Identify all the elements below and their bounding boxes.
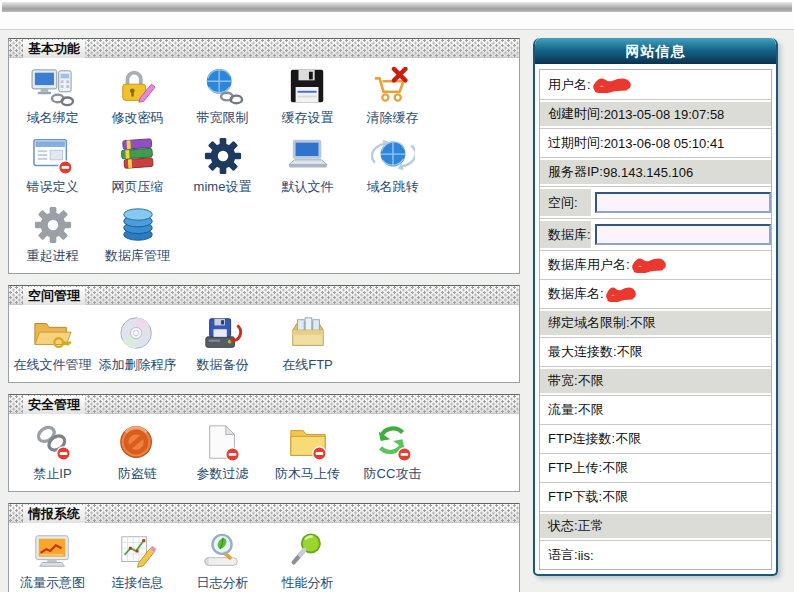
top-gradient-bar [2, 2, 792, 12]
section-header-security: 安全管理 [9, 395, 519, 414]
section-header-report: 情报系统 [9, 504, 519, 523]
info-row-value: 不限 [602, 459, 628, 477]
app-item-label: 域名绑定 [10, 109, 95, 127]
app-item-label: 防盗链 [95, 465, 180, 483]
folder-key-icon [10, 314, 95, 354]
info-row: 数据库名: [540, 279, 771, 308]
section-items: 在线文件管理添加删除程序数据备份在线FTP [9, 305, 519, 382]
app-item-label: 默认文件 [265, 178, 350, 196]
app-item-globe-chain[interactable]: 带宽限制 [180, 63, 265, 132]
app-item-rar-books[interactable]: 网页压缩 [95, 132, 180, 201]
rar-books-icon [95, 136, 180, 176]
app-item-label: 在线FTP [265, 356, 350, 374]
app-item-label: 数据库管理 [95, 247, 180, 265]
perf-magnifier-icon [265, 532, 350, 572]
app-item-label: 禁止IP [10, 465, 95, 483]
log-magnifier-icon [180, 532, 265, 572]
app-item-label: 修改密码 [95, 109, 180, 127]
app-item-label: 性能分析 [265, 574, 350, 592]
space-input[interactable] [595, 192, 771, 213]
app-item-label: 域名跳转 [350, 178, 435, 196]
app-item-label: 参数过滤 [180, 465, 265, 483]
app-item-doc-filter[interactable]: 参数过滤 [180, 419, 265, 488]
info-row: FTP连接数:不限 [540, 424, 771, 453]
info-row: 过期时间:2013-06-08 05:10:41 [540, 128, 771, 157]
app-item-label: 缓存设置 [265, 109, 350, 127]
app-item-label: mime设置 [180, 178, 265, 196]
info-row-value: 不限 [578, 372, 604, 390]
data-backup-icon [180, 314, 265, 354]
lock-pencil-icon [95, 67, 180, 107]
info-row-label: FTP上传: [548, 459, 602, 477]
info-row-label: 状态: [548, 517, 578, 535]
app-item-gear-gray[interactable]: 重起进程 [10, 201, 95, 270]
app-item-globe-arrows[interactable]: 域名跳转 [350, 132, 435, 201]
info-row-label: 带宽: [548, 372, 578, 390]
app-item-label: 添加删除程序 [95, 356, 180, 374]
section-header-space: 空间管理 [9, 286, 519, 305]
traffic-monitor-icon [10, 532, 95, 572]
section-header-basic: 基本功能 [9, 39, 519, 58]
floppy-disk-icon [265, 67, 350, 107]
info-row: 服务器IP:98.143.145.106 [540, 157, 771, 186]
function-sections: 基本功能域名绑定修改密码带宽限制缓存设置清除缓存错误定义网页压缩mime设置默认… [8, 38, 520, 592]
info-row-value: 正常 [578, 517, 604, 535]
section-report: 情报系统流量示意图连接信息日志分析性能分析 [8, 503, 520, 592]
app-item-label: 重起进程 [10, 247, 95, 265]
app-item-data-backup[interactable]: 数据备份 [180, 310, 265, 379]
cart-clear-icon [350, 67, 435, 107]
app-item-gear-navy[interactable]: mime设置 [180, 132, 265, 201]
chart-pencil-icon [95, 532, 180, 572]
app-item-label: 带宽限制 [180, 109, 265, 127]
window-error-icon [10, 136, 95, 176]
app-item-cart-clear[interactable]: 清除缓存 [350, 63, 435, 132]
info-row-value: 不限 [615, 430, 641, 448]
gear-gray-icon [10, 205, 95, 245]
section-title: 情报系统 [23, 505, 85, 523]
info-row-label: 数据库用户名: [548, 256, 630, 274]
app-item-chain-ban[interactable]: 禁止IP [10, 419, 95, 488]
app-item-folder-key[interactable]: 在线文件管理 [10, 310, 95, 379]
section-security: 安全管理禁止IP防盗链参数过滤防木马上传防CC攻击 [8, 394, 520, 492]
app-item-window-error[interactable]: 错误定义 [10, 132, 95, 201]
app-item-folder-ban[interactable]: 防木马上传 [265, 419, 350, 488]
database-input[interactable] [595, 224, 771, 245]
app-item-lock-pencil[interactable]: 修改密码 [95, 63, 180, 132]
recycle-ban-icon [350, 423, 435, 463]
app-item-floppy-disk[interactable]: 缓存设置 [265, 63, 350, 132]
app-item-file-box[interactable]: 在线FTP [265, 310, 350, 379]
redacted-value [604, 286, 636, 302]
app-item-chart-pencil[interactable]: 连接信息 [95, 528, 180, 592]
app-item-no-sign[interactable]: 防盗链 [95, 419, 180, 488]
info-row: 带宽:不限 [540, 366, 771, 395]
info-row-label: 数据库名: [548, 285, 604, 303]
app-item-perf-magnifier[interactable]: 性能分析 [265, 528, 350, 592]
info-row-label: 创建时间: [548, 105, 604, 123]
globe-chain-icon [180, 67, 265, 107]
info-row: 数据库用户名: [540, 250, 771, 279]
app-item-log-magnifier[interactable]: 日志分析 [180, 528, 265, 592]
app-item-recycle-ban[interactable]: 防CC攻击 [350, 419, 435, 488]
file-box-icon [265, 314, 350, 354]
info-row: 创建时间:2013-05-08 19:07:58 [540, 99, 771, 128]
info-row-value: 不限 [602, 488, 628, 506]
app-item-label: 连接信息 [95, 574, 180, 592]
app-item-traffic-monitor[interactable]: 流量示意图 [10, 528, 95, 592]
app-item-label: 防CC攻击 [350, 465, 435, 483]
info-row-value: 不限 [617, 343, 643, 361]
red-redaction-scribble [606, 286, 636, 302]
red-redaction-scribble [593, 77, 631, 93]
info-row-label: 最大连接数: [548, 343, 617, 361]
info-row-label: 用户名: [548, 76, 591, 94]
info-row: 空间: [540, 186, 771, 218]
app-item-computer-chain[interactable]: 域名绑定 [10, 63, 95, 132]
no-sign-icon [95, 423, 180, 463]
app-item-database[interactable]: 数据库管理 [95, 201, 180, 270]
site-info-rows: 用户名:创建时间:2013-05-08 19:07:58过期时间:2013-06… [539, 69, 772, 570]
app-item-label: 网页压缩 [95, 178, 180, 196]
info-row-label: 语言: [548, 546, 578, 564]
app-item-laptop[interactable]: 默认文件 [265, 132, 350, 201]
app-item-cd-disc[interactable]: 添加删除程序 [95, 310, 180, 379]
section-title: 基本功能 [23, 40, 85, 58]
info-row-value: 2013-05-08 19:07:58 [604, 107, 725, 122]
